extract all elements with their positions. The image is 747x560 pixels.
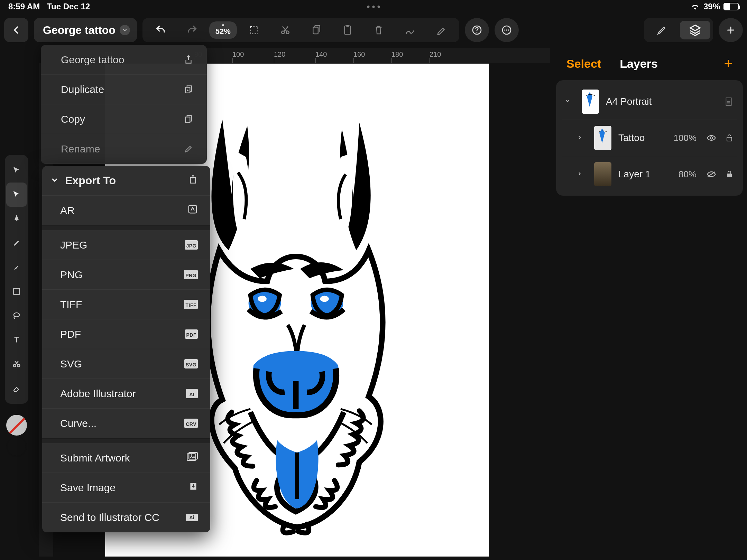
pencil-icon	[183, 144, 194, 153]
node-tool[interactable]	[6, 183, 27, 207]
back-button[interactable]	[4, 18, 28, 42]
document-menu: George tattoo Duplicate Copy Rename	[41, 45, 207, 164]
redo-button[interactable]	[176, 18, 208, 42]
export-menu: Export To AR JPEGJPG PNGPNG TIFFTIFF PDF…	[42, 166, 210, 532]
copy-button[interactable]	[301, 18, 332, 42]
wifi-icon	[690, 3, 700, 10]
export-curve[interactable]: Curve...CRV	[42, 409, 210, 438]
export-pdf-label: PDF	[60, 328, 81, 340]
export-submit-label: Submit Artwork	[60, 452, 130, 464]
visible-icon[interactable]	[706, 134, 717, 141]
chevron-down-icon[interactable]	[564, 97, 575, 106]
paste-button[interactable]	[332, 18, 363, 42]
artboard-label: A4 Portrait	[606, 96, 716, 107]
svg-point-10	[508, 29, 509, 30]
crv-badge: CRV	[184, 419, 198, 428]
export-png[interactable]: PNGPNG	[42, 260, 210, 290]
add-layer-button[interactable]: +	[724, 55, 732, 72]
export-jpeg[interactable]: JPEGJPG	[42, 230, 210, 260]
export-tiff-label: TIFF	[60, 299, 82, 310]
ruler-tick: 140	[315, 50, 327, 58]
shape-tool[interactable]	[6, 279, 27, 304]
artboard-row[interactable]: A4 Portrait	[556, 84, 743, 120]
svg-rect-4	[344, 26, 350, 34]
copy-icon	[183, 114, 194, 124]
menu-title-label: George tattoo	[61, 54, 124, 66]
export-header[interactable]: Export To	[42, 166, 210, 196]
undo-button[interactable]	[145, 18, 176, 42]
menu-doc-title[interactable]: George tattoo	[41, 45, 207, 75]
pen-tool[interactable]	[6, 207, 27, 231]
export-send-label: Send to Illustrator CC	[60, 512, 159, 523]
status-date: Tue Dec 12	[47, 2, 90, 11]
brush-tool[interactable]	[6, 255, 27, 279]
hidden-icon[interactable]	[706, 171, 717, 178]
export-svg[interactable]: SVGSVG	[42, 349, 210, 379]
pencil-tool[interactable]	[6, 231, 27, 255]
text-tool[interactable]	[6, 328, 27, 352]
paint-button[interactable]	[425, 18, 456, 42]
export-tiff[interactable]: TIFFTIFF	[42, 290, 210, 319]
eraser-tool[interactable]	[6, 376, 27, 400]
svg-rect-22	[189, 205, 197, 213]
zoom-indicator[interactable]: 52%	[208, 18, 239, 42]
layers-list: A4 Portrait Tattoo 100% Layer 1 80%	[556, 80, 743, 196]
chevron-right-icon[interactable]	[577, 170, 587, 179]
ruler-tick: 100	[232, 50, 244, 58]
menu-duplicate[interactable]: Duplicate	[41, 75, 207, 104]
layers-panel-button[interactable]	[680, 21, 710, 39]
svg-point-9	[506, 29, 507, 30]
layer-photo[interactable]: Layer 1 80%	[556, 156, 743, 192]
svg-point-17	[258, 296, 267, 302]
document-title-dropdown[interactable]: George tattoo	[34, 18, 137, 42]
left-tool-strip	[5, 155, 28, 404]
multitask-dots[interactable]	[367, 6, 380, 8]
delete-button[interactable]	[363, 18, 394, 42]
fill-swatch[interactable]	[6, 436, 27, 457]
jpeg-badge: JPG	[185, 240, 198, 250]
artboard-meta-icon[interactable]	[723, 97, 735, 106]
gallery-icon	[187, 452, 198, 464]
scissors-tool[interactable]	[6, 352, 27, 376]
menu-rename[interactable]: Rename	[41, 134, 207, 164]
brush-edit-button[interactable]	[394, 18, 425, 42]
lock-icon[interactable]	[724, 170, 735, 178]
export-curve-label: Curve...	[60, 418, 96, 429]
tab-select[interactable]: Select	[566, 57, 601, 71]
tab-layers[interactable]: Layers	[620, 57, 658, 71]
selection-tool-button[interactable]	[239, 18, 270, 42]
svg-rect-0	[250, 26, 258, 34]
add-button[interactable]	[719, 18, 743, 42]
export-ar[interactable]: AR	[42, 196, 210, 225]
stroke-swatch-none[interactable]	[6, 415, 27, 436]
export-send-ai[interactable]: Send to Illustrator CCAi	[42, 503, 210, 532]
svg-rect-5	[346, 25, 349, 27]
layer-tattoo[interactable]: Tattoo 100%	[556, 120, 743, 156]
brush-panel-button[interactable]	[647, 21, 677, 39]
svg-point-18	[320, 296, 329, 302]
export-save[interactable]: Save Image	[42, 473, 210, 503]
ruler-tick: 120	[274, 50, 285, 58]
move-tool[interactable]	[6, 158, 27, 183]
layers-panel: Select Layers + A4 Portrait Tattoo 100% …	[556, 55, 743, 196]
export-pdf[interactable]: PDFPDF	[42, 319, 210, 349]
cut-button[interactable]	[270, 18, 301, 42]
chevron-right-icon[interactable]	[577, 133, 587, 142]
layer-opacity[interactable]: 80%	[679, 169, 697, 180]
export-header-label: Export To	[65, 174, 116, 187]
help-button[interactable]	[465, 18, 489, 42]
more-button[interactable]	[495, 18, 519, 42]
export-ar-label: AR	[60, 205, 75, 216]
lasso-tool[interactable]	[6, 304, 27, 328]
svg-point-30	[710, 137, 713, 139]
export-submit[interactable]: Submit Artwork	[42, 443, 210, 473]
document-title-label: George tattoo	[43, 24, 116, 37]
panel-toggle-group	[644, 18, 713, 42]
unlock-icon[interactable]	[724, 134, 735, 142]
export-ai[interactable]: Adobe IllustratorAI	[42, 379, 210, 409]
layer-opacity[interactable]: 100%	[674, 133, 697, 143]
chevron-down-icon	[120, 25, 130, 35]
svg-point-8	[504, 29, 505, 30]
layer-thumb	[594, 126, 611, 150]
menu-copy[interactable]: Copy	[41, 104, 207, 134]
